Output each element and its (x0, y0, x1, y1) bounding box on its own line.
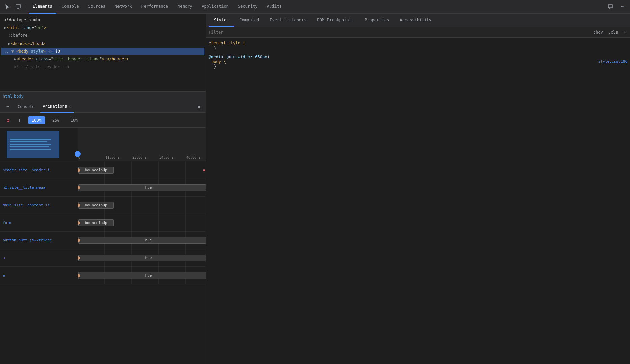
styles-tabs: Styles Computed Event Listeners DOM Brea… (206, 14, 630, 27)
css-rule-0-body: } (209, 46, 627, 51)
close-bottom-panel[interactable]: ✕ (195, 103, 203, 111)
anim-bar-0: bounceInUp (78, 167, 114, 174)
tab-animations[interactable]: Animations ✕ (40, 101, 74, 113)
tab-security[interactable]: Security (234, 0, 262, 14)
time-mark-1: 11.50 s (105, 156, 132, 159)
tab-memory[interactable]: Memory (174, 0, 196, 14)
tab-dom-breakpoints[interactable]: DOM Breakpoints (312, 14, 359, 27)
screen-icon[interactable] (14, 2, 23, 11)
cursor-icon[interactable] (3, 2, 12, 11)
filter-input[interactable] (209, 30, 589, 35)
animation-controls: ⊘ ⏸ 100% 25% 10% (0, 113, 206, 128)
tab-application[interactable]: Application (198, 0, 232, 14)
hov-filter[interactable]: :hov (592, 29, 604, 35)
anim-track-6[interactable]: hue (78, 267, 206, 284)
tab-console-bottom[interactable]: Console (15, 101, 37, 113)
more-icon[interactable]: ⋯ (618, 2, 627, 11)
timeline-area: 0 11.50 s 23.00 s 34.50 s 46.00 s 57.50 … (0, 128, 206, 364)
time-ruler-inner: 0 11.50 s 23.00 s 34.50 s 46.00 s 57.50 … (78, 128, 206, 161)
time-ruler: 0 11.50 s 23.00 s 34.50 s 46.00 s 57.50 … (78, 128, 206, 161)
css-rule-1-body: } (209, 64, 627, 69)
anim-track-0[interactable]: bounceInUp (78, 161, 206, 179)
tab-console[interactable]: Console (58, 0, 83, 14)
anim-track-1[interactable]: hue (78, 179, 206, 196)
left-panel: <!doctype html> ▶<html lang="en"> ::befo… (0, 14, 206, 364)
time-mark-2: 23.00 s (132, 156, 159, 159)
tab-audits[interactable]: Audits (263, 0, 286, 14)
anim-track-3[interactable]: bounceInUp (78, 214, 206, 231)
breadcrumb-body[interactable]: body (14, 94, 24, 99)
anim-row-0[interactable]: header.site__header.i bounceInUp (0, 161, 206, 179)
filter-actions: :hov .cls + (592, 29, 627, 35)
anim-label-0: header.site__header.i (0, 168, 78, 172)
anim-label-3: form (0, 220, 78, 225)
css-selector-0: element.style { (209, 41, 627, 45)
anim-track-2[interactable]: bounceInUp (78, 197, 206, 214)
anim-bar-6: hue (78, 272, 206, 279)
tab-network[interactable]: Network (111, 0, 136, 14)
animation-preview-container (0, 128, 78, 161)
more-panels-icon[interactable]: ⋯ (3, 102, 12, 111)
css-source-link[interactable]: style.css:180 (598, 59, 627, 64)
html-line-body[interactable]: .. ▼ <body style> == $0 (1, 48, 204, 55)
main-layout: <!doctype html> ▶<html lang="en"> ::befo… (0, 14, 630, 364)
tab-elements[interactable]: Elements (29, 0, 56, 14)
add-style-button[interactable]: + (622, 29, 627, 35)
anim-label-4: button.butt.js--trigge (0, 238, 78, 242)
anim-row-1[interactable]: h1.site__title.mega hue (0, 179, 206, 197)
html-line-before[interactable]: ::before (1, 32, 204, 40)
anim-bar-4: hue (78, 237, 206, 244)
cls-filter[interactable]: .cls (607, 29, 620, 35)
anim-bar-2: bounceInUp (78, 202, 114, 209)
anim-bar-1: hue (78, 184, 206, 191)
anim-track-4[interactable]: hue (78, 232, 206, 249)
html-line-comment: <!-- /.site__header --> (1, 63, 204, 71)
anim-bar-3: bounceInUp (78, 219, 114, 226)
speed-25-button[interactable]: 25% (49, 116, 63, 124)
html-line-head[interactable]: ▶<head>…</head> (1, 40, 204, 48)
anim-label-1: h1.site__title.mega (0, 185, 78, 190)
speed-100-button[interactable]: 100% (28, 116, 45, 124)
toolbar-right: ⋯ (606, 2, 627, 11)
styles-content: element.style { } @media (min-width: 650… (206, 38, 630, 364)
close-icon[interactable]: ✕ (195, 103, 203, 111)
css-rule-media: @media (min-width: 650px) body { style.c… (209, 55, 627, 69)
anim-row-4[interactable]: button.butt.js--trigge hue (0, 232, 206, 249)
tab-properties[interactable]: Properties (359, 14, 394, 27)
animation-preview (7, 131, 59, 158)
anim-row-3[interactable]: form bounceInUp (0, 214, 206, 232)
html-line-header[interactable]: ▶<header class="site__header island">…</… (1, 55, 204, 63)
time-mark-4: 46.00 s (186, 156, 206, 159)
speed-10-button[interactable]: 10% (67, 116, 81, 124)
tab-sources[interactable]: Sources (84, 0, 109, 14)
styles-filter-bar: :hov .cls + (206, 27, 630, 38)
tab-styles[interactable]: Styles (209, 14, 234, 27)
anim-row-5[interactable]: a hue (0, 249, 206, 267)
css-selector-1: body { (211, 59, 226, 64)
animations-tab-close[interactable]: ✕ (69, 104, 71, 109)
tab-performance[interactable]: Performance (137, 0, 172, 14)
devtools-toolbar: Elements Console Sources Network Perform… (0, 0, 630, 14)
anim-track-5[interactable]: hue (78, 249, 206, 266)
css-rule-element-style: element.style { } (209, 41, 627, 51)
tab-event-listeners[interactable]: Event Listeners (264, 14, 312, 27)
html-line-html[interactable]: ▶<html lang="en"> (1, 24, 204, 32)
chat-icon[interactable] (606, 2, 615, 11)
anim-row-6[interactable]: a hue (0, 267, 206, 284)
tab-accessibility[interactable]: Accessibility (394, 14, 437, 27)
anim-row-2[interactable]: main.site__content.is bounceInUp (0, 197, 206, 214)
pause-icon[interactable]: ⊘ (4, 116, 12, 124)
time-mark-3: 34.50 s (159, 156, 186, 159)
anim-label-5: a (0, 256, 78, 260)
css-media-query: @media (min-width: 650px) (209, 55, 627, 59)
right-panel: Styles Computed Event Listeners DOM Brea… (206, 14, 630, 364)
svg-rect-0 (16, 5, 21, 8)
css-rule-body: body { style.css:180 (209, 59, 627, 64)
breadcrumb-html[interactable]: html (3, 94, 12, 99)
toolbar-separator (26, 3, 26, 10)
anim-label-2: main.site__content.is (0, 203, 78, 207)
anim-label-6: a (0, 273, 78, 278)
play-pause-icon[interactable]: ⏸ (16, 116, 24, 124)
html-line-doctype: <!doctype html> (1, 16, 204, 24)
tab-computed[interactable]: Computed (234, 14, 264, 27)
